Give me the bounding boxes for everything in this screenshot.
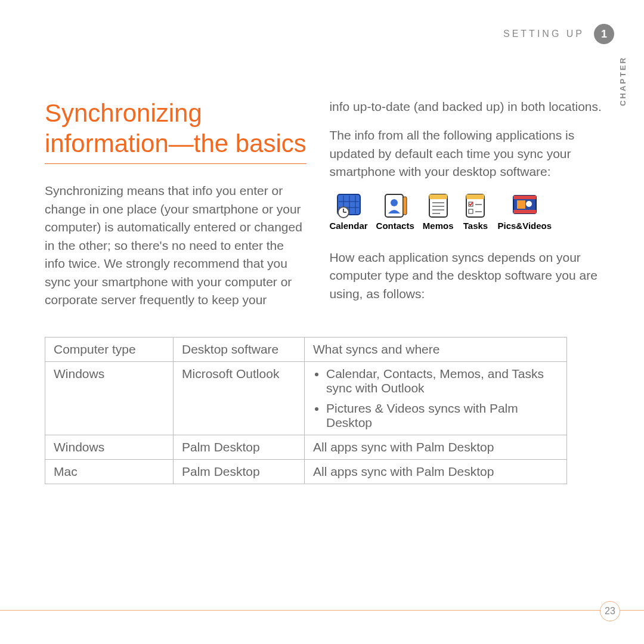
right-paragraph-3: How each application syncs depends on yo…: [329, 249, 614, 303]
cell-software: Palm Desktop: [174, 459, 305, 484]
svg-rect-10: [403, 197, 407, 215]
cell-what-syncs: All apps sync with Palm Desktop: [305, 459, 567, 484]
chapter-side-label: CHAPTER: [618, 56, 627, 106]
th-what-syncs: What syncs and where: [305, 337, 567, 361]
chapter-number-badge: 1: [594, 24, 614, 44]
table-header-row: Computer type Desktop software What sync…: [45, 337, 567, 361]
cell-computer: Windows: [45, 361, 174, 435]
page-number: 23: [600, 601, 620, 621]
app-label: Tasks: [463, 221, 488, 231]
memos-icon: [425, 192, 452, 219]
tasks-icon: [462, 192, 489, 219]
app-tasks: Tasks: [462, 192, 489, 231]
table-row: Windows Palm Desktop All apps sync with …: [45, 435, 567, 459]
svg-rect-26: [513, 210, 536, 213]
table-row: Mac Palm Desktop All apps sync with Palm…: [45, 459, 567, 484]
table-row: Windows Microsoft Outlook Calendar, Cont…: [45, 361, 567, 435]
svg-point-28: [526, 201, 532, 207]
list-item: Calendar, Contacts, Memos, and Tasks syn…: [326, 367, 558, 395]
app-pics-videos: Pics&Videos: [497, 192, 552, 231]
svg-point-11: [391, 199, 398, 206]
left-paragraph: Synchronizing means that info you enter …: [45, 182, 306, 309]
sync-table: Computer type Desktop software What sync…: [45, 337, 567, 484]
th-computer-type: Computer type: [45, 337, 174, 361]
list-item: Pictures & Videos syncs with Palm Deskto…: [326, 401, 558, 430]
app-label: Calendar: [329, 221, 367, 231]
apps-icon-row: Calendar Contacts: [329, 192, 614, 231]
cell-software: Microsoft Outlook: [174, 361, 305, 435]
footer-divider: [0, 610, 644, 611]
right-paragraph-1: info up-to-date (and backed up) in both …: [329, 98, 614, 116]
th-desktop-software: Desktop software: [174, 337, 305, 361]
svg-rect-19: [466, 194, 484, 199]
svg-rect-27: [517, 200, 525, 209]
app-label: Contacts: [376, 221, 414, 231]
app-label: Memos: [423, 221, 454, 231]
app-contacts: Contacts: [376, 192, 414, 231]
cell-what-syncs: All apps sync with Palm Desktop: [305, 435, 567, 459]
app-calendar: Calendar: [329, 192, 367, 231]
right-paragraph-2: The info from all the following applicat…: [329, 126, 614, 181]
calendar-icon: [335, 192, 363, 219]
svg-rect-25: [513, 196, 536, 199]
cell-what-syncs: Calendar, Contacts, Memos, and Tasks syn…: [305, 361, 567, 435]
section-label: SETTING UP: [503, 29, 584, 39]
pics-videos-icon: [511, 192, 538, 219]
cell-computer: Mac: [45, 459, 174, 484]
contacts-icon: [382, 192, 409, 219]
cell-computer: Windows: [45, 435, 174, 459]
cell-software: Palm Desktop: [174, 435, 305, 459]
app-memos: Memos: [423, 192, 454, 231]
section-title: Synchronizing information—the basics: [45, 98, 306, 164]
svg-rect-13: [429, 194, 447, 199]
page-header: SETTING UP 1: [45, 24, 614, 44]
app-label: Pics&Videos: [497, 221, 552, 231]
